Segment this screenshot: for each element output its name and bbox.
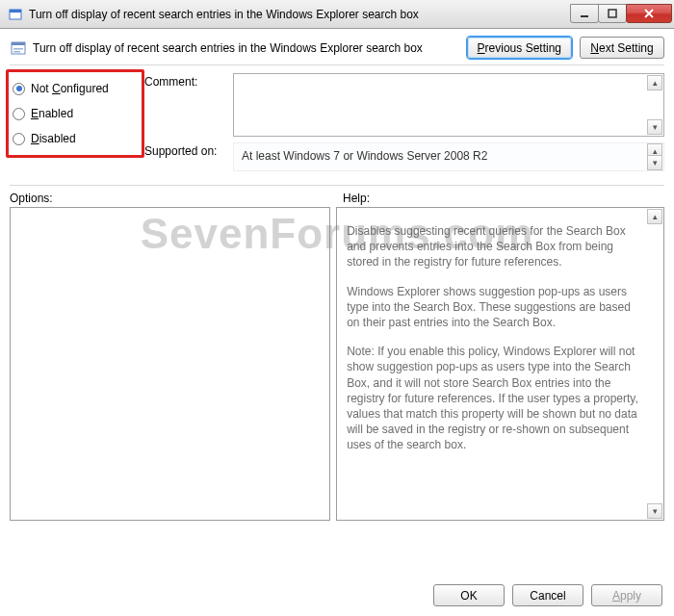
ok-button[interactable]: OK	[433, 584, 505, 606]
supported-value: At least Windows 7 or Windows Server 200…	[242, 149, 487, 163]
app-icon	[8, 7, 23, 22]
svg-rect-1	[10, 10, 21, 13]
radio-disabled[interactable]: Disabled	[13, 132, 136, 145]
window-controls	[571, 4, 672, 25]
cancel-button[interactable]: Cancel	[512, 584, 583, 606]
header-row: Turn off display of recent search entrie…	[10, 37, 664, 59]
radio-not-configured[interactable]: Not Configured	[13, 82, 136, 95]
separator	[10, 64, 664, 65]
svg-rect-5	[12, 42, 25, 45]
help-label: Help:	[337, 192, 664, 205]
radio-indicator	[13, 108, 25, 120]
separator	[10, 185, 664, 186]
scroll-down-icon[interactable]: ▾	[647, 119, 662, 135]
radio-highlight-box: Not Configured Enabled Disabled	[6, 69, 144, 158]
maximize-button[interactable]	[598, 4, 627, 23]
state-radio-group: Not Configured Enabled Disabled	[10, 73, 144, 177]
client-area: Turn off display of recent search entrie…	[0, 29, 674, 616]
scroll-down-icon[interactable]: ▾	[647, 503, 662, 519]
options-label: Options:	[10, 192, 337, 205]
help-paragraph: Windows Explorer shows suggestion pop-up…	[347, 284, 642, 331]
radio-indicator	[13, 83, 25, 95]
policy-title: Turn off display of recent search entrie…	[33, 41, 459, 55]
minimize-button[interactable]	[570, 4, 599, 23]
help-pane: Disables suggesting recent queries for t…	[336, 207, 664, 521]
next-setting-button[interactable]: Next Setting	[580, 37, 664, 59]
svg-rect-3	[609, 10, 616, 17]
svg-rect-2	[581, 15, 588, 17]
supported-on-box: At least Windows 7 or Windows Server 200…	[233, 142, 664, 171]
previous-setting-button[interactable]: Previous Setting	[467, 37, 572, 59]
config-row: Not Configured Enabled Disabled Comment:…	[10, 73, 664, 177]
next-label-rest: ext Setting	[599, 41, 654, 55]
dialog-button-bar: OK Cancel Apply	[433, 584, 662, 606]
close-button[interactable]	[626, 4, 672, 23]
options-pane	[10, 207, 330, 521]
help-paragraph: Note: If you enable this policy, Windows…	[347, 344, 642, 452]
supported-label: Supported on:	[144, 142, 233, 171]
prev-label-rest: revious Setting	[485, 41, 561, 55]
scroll-up-icon[interactable]: ▴	[647, 209, 662, 224]
svg-rect-6	[13, 48, 23, 50]
radio-enabled[interactable]: Enabled	[13, 107, 136, 120]
comment-textarea[interactable]: ▴ ▾	[233, 73, 664, 137]
window-title: Turn off display of recent search entrie…	[29, 8, 571, 21]
title-bar: Turn off display of recent search entrie…	[0, 0, 674, 29]
scroll-up-icon[interactable]: ▴	[647, 75, 662, 90]
panes-container: Disables suggesting recent queries for t…	[10, 207, 664, 521]
help-paragraph: Disables suggesting recent queries for t…	[347, 223, 642, 270]
svg-rect-7	[13, 51, 20, 53]
policy-icon	[10, 39, 27, 57]
scroll-down-icon[interactable]: ▾	[647, 155, 662, 170]
radio-indicator	[13, 133, 25, 145]
comment-label: Comment:	[144, 73, 233, 137]
apply-button[interactable]: Apply	[591, 584, 662, 606]
